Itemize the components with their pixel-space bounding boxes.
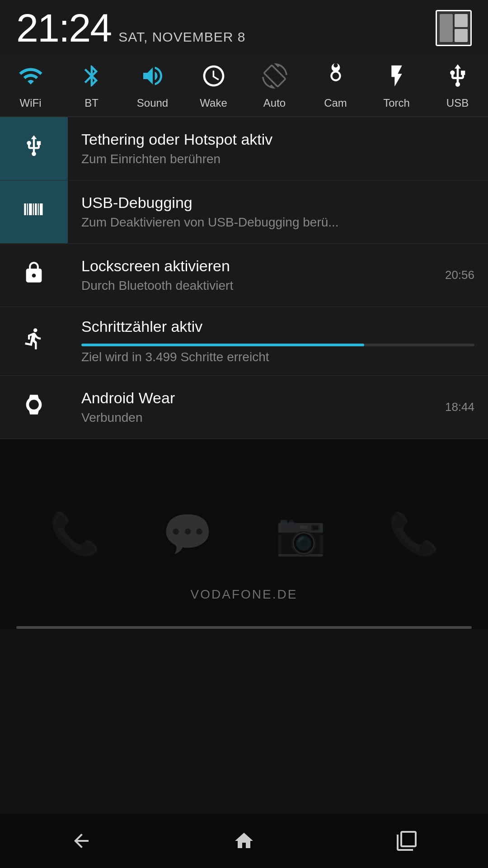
notification-lockscreen[interactable]: Lockscreen aktivieren Durch Bluetooth de…	[0, 244, 488, 307]
notif-title-usb-debug: USB-Debugging	[81, 194, 474, 212]
usb-tethering-icon	[22, 134, 46, 163]
toggle-wifi-label: WiFi	[20, 97, 42, 109]
toggle-cam[interactable]: Cam	[311, 63, 361, 109]
notif-icon-bg-steps	[0, 307, 68, 375]
notif-subtitle-steps: Ziel wird in 3.499 Schritte erreicht	[81, 350, 474, 364]
toggle-wake[interactable]: Wake	[189, 63, 239, 109]
step-progress-bar-track	[81, 344, 474, 346]
notif-icon-bg-wear	[0, 376, 68, 439]
background-dim: 📞 💬 📷 📞 VODAFONE.DE	[0, 439, 488, 629]
toggle-wake-label: Wake	[200, 97, 227, 109]
notif-title-lockscreen: Lockscreen aktivieren	[81, 257, 432, 275]
wifi-icon	[18, 63, 43, 92]
date: SAT, NOVEMBER 8	[118, 29, 245, 45]
cam-icon	[323, 63, 348, 92]
nav-back-button[interactable]	[54, 823, 108, 859]
usb-icon	[445, 63, 470, 92]
barcode-icon	[22, 198, 46, 226]
wake-icon	[201, 63, 226, 92]
notification-androidwear[interactable]: Android Wear Verbunden 18:44	[0, 376, 488, 439]
sound-icon	[140, 63, 165, 92]
watch-icon	[22, 393, 46, 421]
clock: 21:24	[16, 8, 111, 48]
avatar-icon	[436, 10, 472, 46]
toggle-auto-label: Auto	[263, 97, 286, 109]
bg-icon-4: 📞	[388, 510, 439, 558]
notif-content-steps: Schrittzähler aktiv Ziel wird in 3.499 S…	[68, 307, 488, 375]
notif-subtitle-tethering: Zum Einrichten berühren	[81, 152, 474, 166]
toggle-usb[interactable]: USB	[433, 63, 483, 109]
step-progress-bar-fill	[81, 344, 364, 346]
quick-toggles-bar: WiFi BT Sound Wake Auto	[0, 54, 488, 117]
notif-title-tethering: Tethering oder Hotspot aktiv	[81, 131, 474, 148]
notification-tethering[interactable]: Tethering oder Hotspot aktiv Zum Einrich…	[0, 117, 488, 180]
nav-recents-button[interactable]	[380, 823, 434, 859]
notif-time-lockscreen: 20:56	[445, 257, 488, 293]
notif-content-usb-debug: USB-Debugging Zum Deaktivieren von USB-D…	[68, 180, 488, 243]
notif-time-wear: 18:44	[445, 389, 488, 425]
notif-content-tethering: Tethering oder Hotspot aktiv Zum Einrich…	[68, 117, 488, 180]
toggle-sound[interactable]: Sound	[128, 63, 178, 109]
toggle-bt[interactable]: BT	[67, 63, 117, 109]
notification-usb-debug[interactable]: USB-Debugging Zum Deaktivieren von USB-D…	[0, 180, 488, 244]
toggle-torch[interactable]: Torch	[372, 63, 422, 109]
toggle-auto[interactable]: Auto	[250, 63, 300, 109]
toggle-cam-label: Cam	[324, 97, 347, 109]
bg-icon-3: 📷	[275, 510, 326, 558]
bg-icon-2: 💬	[162, 510, 213, 558]
torch-icon	[384, 63, 409, 92]
lock-icon	[22, 261, 46, 289]
toggle-bt-label: BT	[84, 97, 99, 109]
bg-dim-icons: 📞 💬 📷 📞	[0, 510, 488, 558]
bt-icon	[79, 63, 104, 92]
notif-title-steps: Schrittzähler aktiv	[81, 318, 474, 335]
time-block: 21:24 SAT, NOVEMBER 8	[16, 8, 245, 48]
notif-content-lockscreen: Lockscreen aktivieren Durch Bluetooth de…	[68, 244, 445, 307]
toggle-usb-label: USB	[446, 97, 469, 109]
scroll-indicator	[16, 626, 472, 629]
carrier-label: VODAFONE.DE	[191, 587, 298, 602]
nav-bar	[0, 814, 488, 868]
notif-subtitle-wear: Verbunden	[81, 410, 432, 425]
toggle-sound-label: Sound	[137, 97, 168, 109]
toggle-wifi[interactable]: WiFi	[6, 63, 56, 109]
nav-home-button[interactable]	[217, 823, 271, 859]
notification-steps[interactable]: Schrittzähler aktiv Ziel wird in 3.499 S…	[0, 307, 488, 376]
notif-icon-bg-usb-debug	[0, 180, 68, 243]
auto-rotate-icon	[262, 63, 287, 92]
notif-title-wear: Android Wear	[81, 389, 432, 407]
status-bar: 21:24 SAT, NOVEMBER 8	[0, 0, 488, 54]
notif-subtitle-usb-debug: Zum Deaktivieren von USB-Debugging berü.…	[81, 215, 474, 230]
notif-content-wear: Android Wear Verbunden	[68, 376, 445, 439]
toggle-torch-label: Torch	[383, 97, 410, 109]
notif-icon-bg-lockscreen	[0, 244, 68, 307]
notifications-list: Tethering oder Hotspot aktiv Zum Einrich…	[0, 117, 488, 439]
notif-subtitle-lockscreen: Durch Bluetooth deaktiviert	[81, 278, 432, 293]
notif-icon-bg-tethering	[0, 117, 68, 180]
footsteps-icon	[22, 327, 46, 355]
bg-icon-1: 📞	[49, 510, 100, 558]
